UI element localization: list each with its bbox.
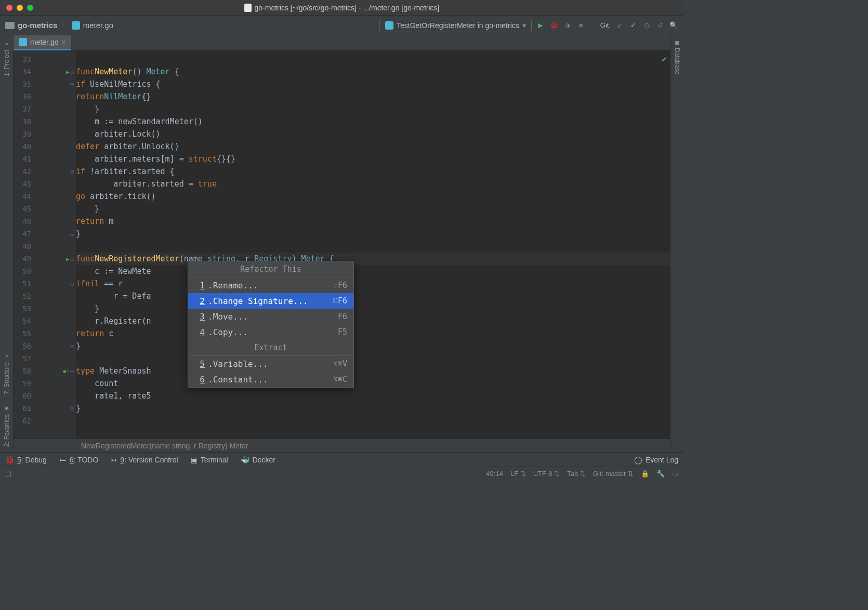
- code-editor[interactable]: 3334▶⊟35⊟36373839404142⊟4344454647⊟4849▶…: [14, 51, 670, 439]
- tool-debug[interactable]: 🐞5: Debug: [5, 456, 47, 464]
- tool-event-log[interactable]: ◯Event Log: [634, 456, 678, 464]
- line-number[interactable]: 53: [14, 304, 35, 313]
- minimize-window-icon[interactable]: [17, 5, 23, 11]
- lock-icon[interactable]: 🔒: [641, 470, 649, 478]
- tool-terminal[interactable]: ▣Terminal: [191, 456, 228, 464]
- line-number[interactable]: 43: [14, 180, 35, 188]
- breadcrumb-file[interactable]: meter.go: [83, 21, 113, 30]
- code-line[interactable]: func NewRegisteredMeter(name string, r R…: [76, 253, 670, 265]
- code-line[interactable]: [76, 53, 670, 65]
- code-line[interactable]: arbiter.started = true: [76, 178, 670, 190]
- memory-icon[interactable]: ▭: [672, 470, 678, 478]
- line-number[interactable]: 50: [14, 267, 35, 275]
- line-number[interactable]: 44: [14, 192, 35, 201]
- sidebar-structure-tab[interactable]: 7: Structure▪: [3, 353, 10, 394]
- code-line[interactable]: if UseNilMetrics {: [76, 78, 670, 90]
- line-number[interactable]: 47: [14, 230, 35, 238]
- popup-item-copy-[interactable]: 4. Copy...F5: [188, 324, 353, 340]
- line-number[interactable]: 49: [14, 255, 35, 263]
- tool-vcs[interactable]: ↣9: Version Control: [111, 456, 178, 464]
- override-icon[interactable]: ●↑: [63, 368, 69, 374]
- code-line[interactable]: c := NewMete: [76, 265, 670, 277]
- breadcrumb-root[interactable]: go-metrics: [18, 21, 58, 30]
- line-number[interactable]: 33: [14, 55, 35, 63]
- popup-item-constant-[interactable]: 6. Constant...⌥⌘C: [188, 372, 353, 387]
- code-line[interactable]: return m: [76, 215, 670, 228]
- line-number[interactable]: 60: [14, 392, 35, 400]
- close-window-icon[interactable]: [6, 5, 12, 11]
- search-icon[interactable]: 🔍: [669, 21, 678, 30]
- encoding[interactable]: UTF-8 ⇅: [533, 470, 560, 478]
- run-config-dropdown[interactable]: TestGetOrRegisterMeter in go-metrics ▾: [379, 19, 532, 32]
- code-line[interactable]: return c: [76, 327, 670, 340]
- code-line[interactable]: }: [76, 103, 670, 115]
- tool-window-icon[interactable]: ▢: [5, 470, 11, 478]
- indent[interactable]: Tab ⇅: [567, 470, 586, 478]
- tool-todo[interactable]: ≔6: TODO: [59, 456, 99, 464]
- code-line[interactable]: r.Register(n: [76, 315, 670, 327]
- line-number[interactable]: 58: [14, 367, 35, 375]
- ide-settings-icon[interactable]: 🔧: [656, 470, 665, 478]
- coverage-icon[interactable]: ⬗: [563, 21, 572, 30]
- line-number[interactable]: 61: [14, 404, 35, 413]
- git-commit-icon[interactable]: ✔: [628, 21, 638, 30]
- line-number[interactable]: 52: [14, 292, 35, 300]
- popup-item-move-[interactable]: 3. Move...F6: [188, 309, 353, 324]
- stop-icon[interactable]: ■: [576, 21, 586, 30]
- popup-item-change-signature-[interactable]: 2. Change Signature...⌘F6: [188, 293, 353, 309]
- line-number[interactable]: 55: [14, 329, 35, 338]
- popup-item-rename-[interactable]: 1. Rename...⇧F6: [188, 277, 353, 293]
- git-branch[interactable]: Git: master ⇅: [593, 470, 634, 478]
- code-line[interactable]: }: [76, 302, 670, 315]
- line-number[interactable]: 37: [14, 105, 35, 113]
- line-number[interactable]: 57: [14, 354, 35, 363]
- run-gutter-icon[interactable]: ▶: [66, 69, 69, 75]
- maximize-window-icon[interactable]: [27, 5, 33, 11]
- line-separator[interactable]: LF ⇅: [510, 470, 526, 478]
- code-line[interactable]: rate1, rate5: [76, 390, 670, 402]
- inspection-ok-icon[interactable]: ✔: [662, 54, 667, 64]
- run-icon[interactable]: ▶: [536, 21, 545, 30]
- tool-docker[interactable]: 🐳Docker: [241, 456, 275, 464]
- fold-icon[interactable]: ⊟: [70, 405, 74, 412]
- code-line[interactable]: if !arbiter.started {: [76, 165, 670, 178]
- line-number[interactable]: 39: [14, 130, 35, 138]
- line-number[interactable]: 34: [14, 68, 35, 76]
- line-number[interactable]: 51: [14, 280, 35, 288]
- tab-meter-go[interactable]: meter.go ×: [14, 35, 71, 50]
- cursor-position[interactable]: 49:14: [486, 470, 503, 478]
- line-number[interactable]: 41: [14, 155, 35, 163]
- line-number[interactable]: 59: [14, 379, 35, 388]
- fold-icon[interactable]: ⊟: [70, 69, 74, 75]
- code-line[interactable]: }: [76, 228, 670, 240]
- git-pull-icon[interactable]: ↙: [615, 21, 624, 30]
- code-line[interactable]: func NewMeter() Meter {: [76, 65, 670, 78]
- sidebar-database-tab[interactable]: ≣Database: [674, 41, 681, 74]
- line-number[interactable]: 36: [14, 92, 35, 101]
- fold-icon[interactable]: ⊟: [70, 231, 74, 237]
- line-number[interactable]: 46: [14, 217, 35, 226]
- code-line[interactable]: }: [76, 402, 670, 415]
- line-number[interactable]: 54: [14, 317, 35, 325]
- debug-icon[interactable]: 🐞: [549, 21, 559, 30]
- fold-icon[interactable]: ⊟: [70, 168, 74, 175]
- code-line[interactable]: if nil == r: [76, 277, 670, 290]
- code-line[interactable]: count: [76, 377, 670, 390]
- line-number[interactable]: 56: [14, 342, 35, 350]
- fold-icon[interactable]: ⊟: [70, 343, 74, 350]
- popup-item-variable-[interactable]: 5. Variable...⌥⌘V: [188, 356, 353, 372]
- breadcrumb[interactable]: go-metrics 〉 meter.go: [5, 20, 113, 30]
- line-number[interactable]: 38: [14, 117, 35, 126]
- line-number[interactable]: 35: [14, 80, 35, 88]
- fold-icon[interactable]: ⊟: [70, 368, 74, 375]
- code-line[interactable]: go arbiter.tick(): [76, 190, 670, 203]
- fold-icon[interactable]: ⊟: [70, 81, 74, 88]
- revert-icon[interactable]: ↺: [655, 21, 665, 30]
- close-tab-icon[interactable]: ×: [61, 38, 65, 46]
- editor-breadcrumb[interactable]: NewRegisteredMeter(name string, r Regist…: [14, 439, 670, 452]
- code-line[interactable]: [76, 240, 670, 253]
- sidebar-favorites-tab[interactable]: 2: Favorites★: [3, 405, 10, 447]
- run-gutter-icon[interactable]: ▶: [66, 256, 69, 262]
- line-number[interactable]: 40: [14, 142, 35, 151]
- code-line[interactable]: type MeterSnapsh: [76, 365, 670, 377]
